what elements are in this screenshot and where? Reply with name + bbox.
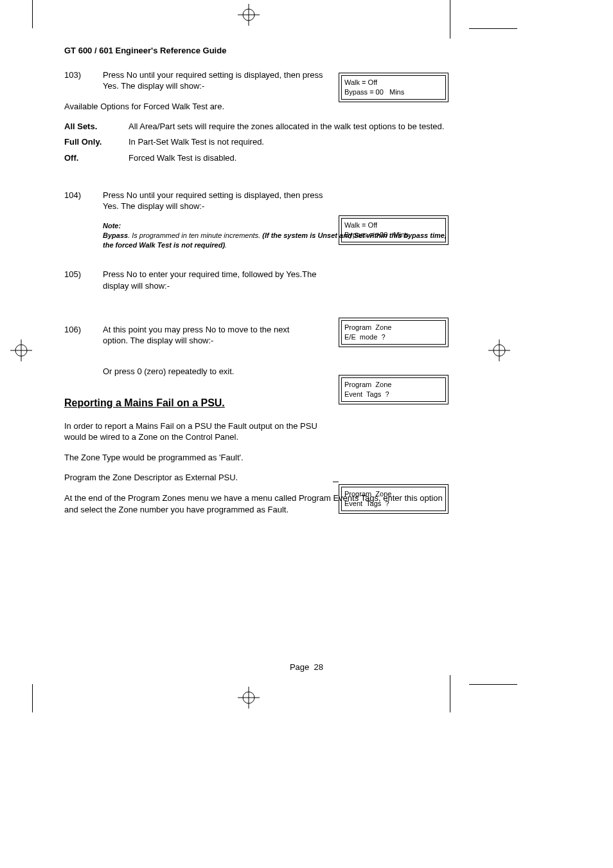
step-text: At this point you may press No to move t… [103, 324, 308, 347]
option-desc: All Area/Part sets will require the zone… [129, 121, 450, 132]
step-text: Press No to enter your required time, fo… [103, 269, 334, 291]
option-desc: Forced Walk Test is disabled. [129, 152, 450, 164]
crop-mark [450, 675, 450, 712]
footer-label: Page [290, 662, 309, 672]
step-number: 105) [64, 269, 103, 291]
step-105: 105) Press No to enter your required tim… [64, 269, 450, 291]
option-label: Off. [64, 152, 129, 164]
register-mark-top [238, 4, 260, 26]
register-mark-right [488, 339, 510, 361]
note-block: Note: Bypass. Is programmed in ten minut… [103, 221, 450, 250]
step-number: 104) [64, 190, 103, 212]
note-rest: . Is programmed in ten minute increments… [128, 231, 262, 239]
note-lead: Bypass [103, 231, 128, 239]
step-104: 104) Press No until your required settin… [64, 190, 450, 212]
crop-mark [450, 0, 450, 39]
psu-paragraph-3: Program the Zone Descriptor as External … [64, 472, 450, 484]
crop-mark [469, 684, 517, 685]
available-options-heading: Available Options for Forced Walk Test a… [64, 101, 450, 113]
register-mark-bottom [238, 687, 260, 709]
register-mark-left [10, 339, 32, 361]
option-desc: In Part-Set Walk Test is not required. [129, 136, 450, 148]
crop-mark [32, 684, 33, 712]
page-header: GT 600 / 601 Engineer's Reference Guide [64, 45, 450, 57]
psu-paragraph-2: The Zone Type would be programmed as 'Fa… [64, 452, 450, 464]
step-103: 103) Press No until your required settin… [64, 69, 450, 92]
step-106-after: Or press 0 (zero) repeatedly to exit. [103, 366, 450, 377]
option-off: Off. Forced Walk Test is disabled. [64, 152, 450, 164]
page-number: 28 [314, 662, 323, 672]
step-text: Press No until your required setting is … [103, 69, 334, 92]
step-number: 106) [64, 324, 103, 347]
psu-paragraph-4: At the end of the Program Zones menu we … [64, 493, 450, 515]
step-106: 106) At this point you may press No to m… [64, 324, 450, 347]
options-list: All Sets. All Area/Part sets will requir… [64, 121, 450, 164]
page-content: GT 600 / 601 Engineer's Reference Guide … [64, 45, 450, 524]
crop-mark [32, 0, 33, 28]
option-label: All Sets. [64, 121, 129, 132]
crop-mark [469, 28, 517, 29]
psu-paragraph-1: In order to report a Mains Fail on a PSU… [64, 420, 334, 443]
note-label: Note: [103, 221, 450, 231]
section-title: Reporting a Mains Fail on a PSU. [64, 396, 450, 410]
note-end: . [225, 241, 227, 249]
note-body: Bypass. Is programmed in ten minute incr… [103, 231, 450, 250]
page-footer: Page 28 [0, 662, 613, 672]
step-number: 103) [64, 69, 103, 92]
option-label: Full Only. [64, 136, 129, 148]
option-all-sets: All Sets. All Area/Part sets will requir… [64, 121, 450, 132]
option-full-only: Full Only. In Part-Set Walk Test is not … [64, 136, 450, 148]
step-text: Press No until your required setting is … [103, 190, 334, 212]
